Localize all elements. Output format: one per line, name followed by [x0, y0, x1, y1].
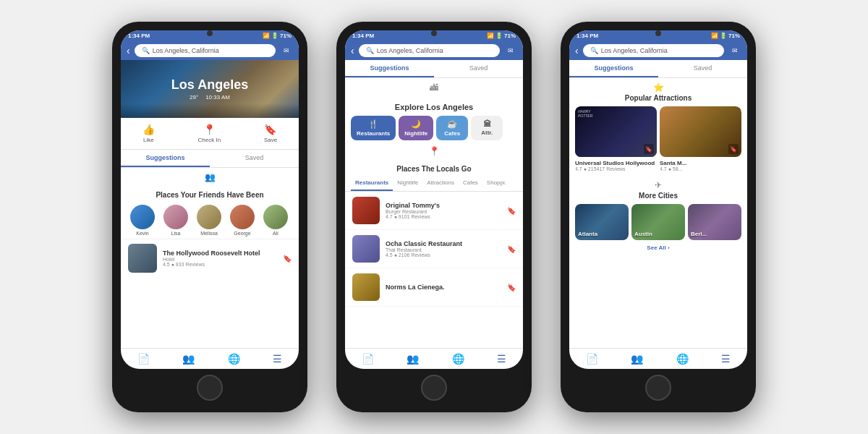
nav-feed-icon-3[interactable]: 📄 [586, 353, 598, 365]
nav-feed-icon-2[interactable]: 📄 [362, 353, 374, 365]
subtab-shopping[interactable]: Shoppi. [482, 176, 511, 191]
nav-menu-icon-1[interactable]: ☰ [273, 353, 282, 365]
pill-label-attractions: Attr. [481, 129, 493, 136]
phone-2-screen: 1:34 PM 📶 🔋 71% ‹ 🔍 Los Angeles, Califor… [345, 30, 523, 369]
phone-3-bottom [569, 369, 747, 404]
tab-suggestions-1[interactable]: Suggestions [121, 150, 210, 167]
messenger-icon-3[interactable]: ✉ [728, 44, 741, 57]
tabs-1: Suggestions Saved [121, 150, 299, 168]
locals-title-2: Places The Locals Go [345, 159, 523, 176]
bookmark-icon-1[interactable]: 🔖 [283, 255, 292, 263]
bookmark-santa[interactable]: 🔖 [730, 146, 737, 153]
tabs-2: Suggestions Saved [345, 60, 523, 78]
bookmark-universal[interactable]: 🔖 [645, 146, 652, 153]
attractions-header: ⭐ Popular Attractions [569, 82, 747, 106]
search-input-3[interactable]: 🔍 Los Angeles, California [583, 44, 724, 57]
rest-item-ocha[interactable]: Ocha Classic Restaurant Thai Restaurant … [345, 230, 523, 268]
bookmark-tommys[interactable]: 🔖 [507, 207, 516, 215]
map-pin-icon-2: 📍 [429, 146, 440, 156]
save-icon: 🔖 [264, 124, 276, 135]
search-input-2[interactable]: 🔍 Los Angeles, California [359, 44, 500, 57]
city-label-atlanta: Atlanta [578, 231, 597, 237]
like-icon: 👍 [142, 124, 155, 135]
like-action[interactable]: 👍 Like [142, 124, 155, 143]
attraction-card-universal[interactable]: HARRYPOTTER 🔖 Universal Studios Hollywoo… [575, 106, 657, 173]
pill-attractions[interactable]: 🏛 Attr. [471, 116, 503, 140]
status-bar-1: 1:34 PM 📶 🔋 71% [121, 30, 299, 41]
explore-emoji-2: 🏙 [430, 82, 438, 93]
rest-logo-tommys [352, 197, 380, 224]
back-button-1[interactable]: ‹ [127, 45, 130, 56]
checkin-action[interactable]: 📍 Check In [198, 124, 221, 143]
search-icon-3: 🔍 [590, 47, 598, 54]
messenger-icon-2[interactable]: ✉ [504, 44, 517, 57]
subtab-cafes[interactable]: Cafes [459, 176, 482, 191]
rest-logo-ocha [352, 235, 380, 263]
friend-ali[interactable]: Ali [261, 205, 290, 236]
more-cities-header: ✈ More Cities [569, 180, 747, 204]
like-label: Like [143, 137, 154, 143]
home-button-3[interactable] [645, 375, 671, 401]
pill-nightlife[interactable]: 🌙 Nightlife [399, 116, 433, 140]
home-button-1[interactable] [197, 375, 223, 401]
bookmark-ocha[interactable]: 🔖 [507, 245, 516, 253]
city-card-atlanta[interactable]: Atlanta [575, 204, 629, 240]
sub-tabs-2: Restaurants Nightlife Attractions Cafes … [345, 176, 523, 192]
nav-feed-icon-1[interactable]: 📄 [137, 353, 150, 365]
subtab-nightlife[interactable]: Nightlife [393, 176, 422, 191]
search-text-1: Los Angeles, California [153, 47, 219, 54]
back-button-2[interactable]: ‹ [351, 45, 354, 56]
friend-melissa[interactable]: Melissa [195, 205, 224, 236]
search-text-3: Los Angeles, California [601, 47, 668, 54]
nav-menu-icon-3[interactable]: ☰ [721, 353, 731, 365]
rest-info-tommys: Original Tommy's Burger Restaurant 4.7 ●… [386, 202, 501, 219]
city-card-austin[interactable]: Austin [631, 204, 685, 240]
subtab-restaurants[interactable]: Restaurants [351, 176, 393, 191]
subtab-attractions[interactable]: Attractions [422, 176, 459, 191]
pill-restaurants[interactable]: 🍴 Restaurants [351, 116, 396, 140]
friend-lisa[interactable]: Lisa [161, 205, 190, 236]
tab-saved-1[interactable]: Saved [210, 150, 299, 167]
bookmark-norms[interactable]: 🔖 [507, 284, 516, 292]
nav-globe-icon-1[interactable]: 🌐 [228, 353, 240, 365]
attraction-info-universal: Universal Studios Hollywood 4.7 ● 215417… [575, 157, 657, 173]
home-button-2[interactable] [421, 375, 447, 401]
nav-friends-icon-3[interactable]: 👥 [631, 353, 643, 365]
city-card-berlin[interactable]: Berl... [688, 204, 741, 240]
tab-suggestions-2[interactable]: Suggestions [345, 60, 434, 77]
tab-saved-2[interactable]: Saved [434, 60, 523, 77]
attractions-icon: 🏛 [483, 119, 491, 128]
rest-item-tommys[interactable]: Original Tommy's Burger Restaurant 4.7 ●… [345, 192, 523, 230]
search-bar-3: ‹ 🔍 Los Angeles, California ✉ [569, 41, 747, 60]
friends-row: Kevin Lisa Melissa George Ali [121, 202, 299, 239]
rest-type-tommys: Burger Restaurant [386, 209, 501, 214]
nav-globe-icon-2[interactable]: 🌐 [452, 353, 464, 365]
nightlife-icon: 🌙 [411, 119, 421, 129]
plane-icon-3: ✈ [655, 180, 662, 190]
search-icon-2: 🔍 [366, 47, 374, 54]
back-button-3[interactable]: ‹ [575, 45, 579, 56]
nav-friends-icon-2[interactable]: 👥 [407, 353, 419, 365]
attraction-info-santa: Santa M... 4.7 ● 58... [660, 157, 741, 173]
nav-friends-icon-1[interactable]: 👥 [182, 353, 195, 365]
friend-george[interactable]: George [228, 205, 257, 236]
avatar-ali [263, 205, 288, 229]
phone-3-screen: 1:34 PM 📶 🔋 71% ‹ 🔍 Los Angeles, Califor… [569, 30, 747, 369]
rest-type-ocha: Thai Restaurant [386, 247, 501, 252]
save-action[interactable]: 🔖 Save [264, 124, 277, 143]
tab-saved-3[interactable]: Saved [658, 60, 747, 77]
city-time-1: 10:33 AM [205, 94, 230, 101]
pill-cafes[interactable]: ☕ Cafes [436, 116, 468, 140]
people-icon-1: 👥 [205, 172, 216, 182]
rest-info-ocha: Ocha Classic Restaurant Thai Restaurant … [386, 240, 501, 258]
see-all-link[interactable]: See All › [569, 240, 747, 255]
nav-menu-icon-2[interactable]: ☰ [497, 353, 506, 365]
rest-item-norms[interactable]: Norms La Cienega. 🔖 [345, 268, 523, 307]
place-card-1[interactable]: The Hollywood Roosevelt Hotel Hotel 4.5 … [121, 239, 299, 277]
nav-globe-icon-3[interactable]: 🌐 [676, 353, 689, 365]
messenger-icon-1[interactable]: ✉ [280, 44, 293, 57]
friend-kevin[interactable]: Kevin [128, 205, 157, 236]
search-input-1[interactable]: 🔍 Los Angeles, California [135, 44, 276, 57]
tab-suggestions-3[interactable]: Suggestions [569, 60, 658, 77]
attraction-card-santa[interactable]: 🔖 Santa M... 4.7 ● 58... [660, 106, 741, 173]
